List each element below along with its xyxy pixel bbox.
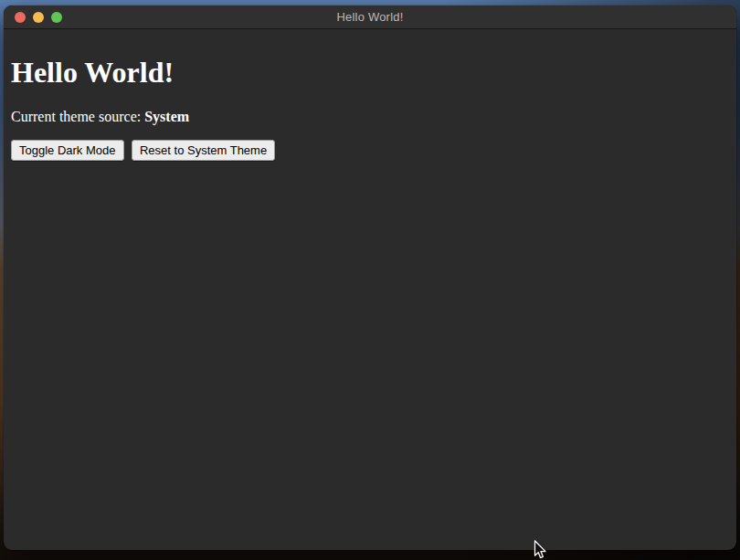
theme-source-label: Current theme source: [11,109,144,124]
traffic-lights [15,5,62,28]
zoom-button[interactable] [51,12,62,23]
button-row: Toggle Dark Mode Reset to System Theme [11,140,729,161]
theme-source-line: Current theme source: System [11,109,729,125]
toggle-dark-mode-button[interactable]: Toggle Dark Mode [11,140,124,161]
close-button[interactable] [15,12,26,23]
window-title: Hello World! [337,10,404,24]
page-title: Hello World! [11,56,729,90]
page-content: Hello World! Current theme source: Syste… [4,29,736,168]
titlebar-drag-region[interactable]: Hello World! [4,5,736,29]
minimize-button[interactable] [33,12,44,23]
theme-source-value: System [144,109,189,124]
reset-to-system-theme-button[interactable]: Reset to System Theme [132,140,275,161]
desktop: { "window": { "title": "Hello World!", "… [0,0,740,560]
app-window: Hello World! Hello World! Current theme … [4,5,736,550]
